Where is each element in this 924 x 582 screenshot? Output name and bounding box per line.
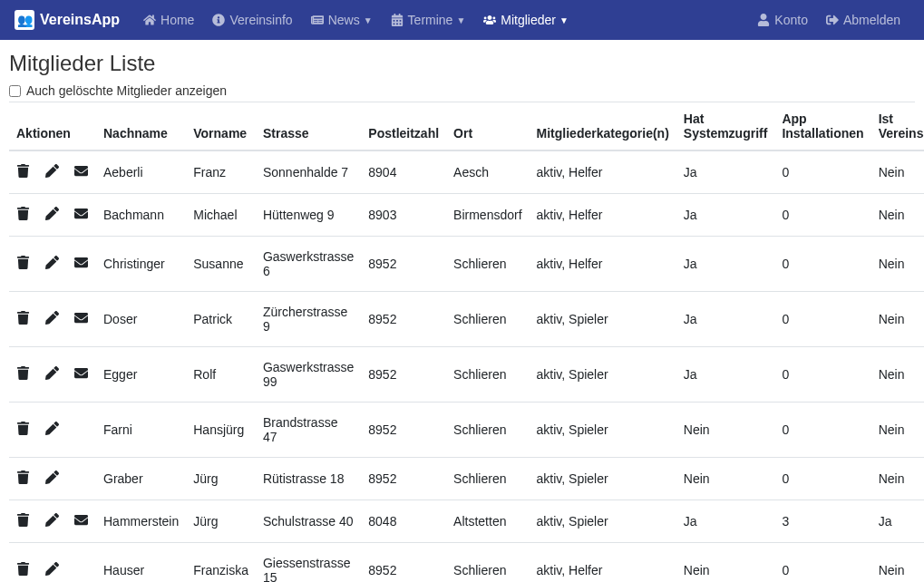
cell-ort: Schlieren (446, 543, 529, 583)
envelope-icon (74, 311, 88, 325)
email-button[interactable] (74, 311, 89, 325)
cell-admin: Nein (871, 543, 924, 583)
delete-button[interactable] (16, 256, 31, 270)
cell-nachname: Farni (96, 403, 186, 458)
edit-button[interactable] (45, 562, 60, 577)
cell-plz: 8952 (361, 347, 446, 403)
cell-ort: Schlieren (446, 292, 529, 347)
cell-kategorien: aktiv, Spieler (530, 347, 676, 403)
cell-installationen: 0 (774, 194, 871, 237)
col-aktionen: Aktionen (9, 102, 96, 150)
nav-termine[interactable]: Termine ▼ (382, 7, 475, 33)
email-button[interactable] (74, 256, 89, 270)
trash-icon (16, 207, 30, 220)
trash-icon (16, 311, 30, 325)
cell-admin: Nein (871, 458, 924, 500)
cell-admin: Nein (871, 237, 924, 292)
edit-button[interactable] (45, 470, 60, 485)
page-title: Mitglieder Liste (9, 51, 915, 76)
nav-news[interactable]: News ▼ (302, 7, 382, 33)
envelope-icon (74, 256, 88, 269)
nav-abmelden[interactable]: Abmelden (817, 7, 909, 33)
table-row: HauserFranziskaGiessenstrasse 158952Schl… (9, 543, 924, 583)
col-installationen: App Installationen (774, 102, 871, 150)
user-icon (757, 14, 770, 26)
cell-installationen: 0 (774, 458, 871, 500)
cell-admin: Nein (871, 150, 924, 194)
chevron-down-icon: ▼ (456, 15, 465, 25)
delete-button[interactable] (16, 562, 31, 577)
chevron-down-icon: ▼ (559, 15, 569, 25)
email-button[interactable] (74, 207, 89, 221)
cell-admin: Nein (871, 347, 924, 403)
cell-vorname: Franziska (186, 543, 256, 583)
email-button[interactable] (74, 164, 89, 179)
email-button[interactable] (74, 513, 89, 528)
signout-icon (826, 14, 839, 26)
edit-button[interactable] (45, 366, 60, 381)
delete-button[interactable] (16, 422, 31, 436)
cell-ort: Schlieren (446, 237, 529, 292)
table-row: FarniHansjürgBrandstrasse 478952Schliere… (9, 403, 924, 458)
table-row: EggerRolfGaswerkstrasse 998952Schlierena… (9, 347, 924, 403)
table-row: ChristingerSusanneGaswerkstrasse 68952Sc… (9, 237, 924, 292)
calendar-icon (391, 14, 404, 26)
cell-ort: Birmensdorf (446, 194, 529, 237)
show-deleted-checkbox[interactable] (9, 85, 21, 97)
trash-icon (16, 562, 30, 576)
nav-mitglieder[interactable]: Mitglieder ▼ (474, 7, 578, 33)
nav-vereinsinfo[interactable]: Vereinsinfo (203, 7, 301, 33)
delete-button[interactable] (16, 207, 31, 221)
cell-zugriff: Ja (676, 292, 775, 347)
col-systemzugriff: Hat Systemzugriff (676, 102, 775, 150)
cell-strasse: Hüttenweg 9 (256, 194, 361, 237)
delete-button[interactable] (16, 311, 31, 325)
edit-button[interactable] (45, 422, 60, 436)
pencil-icon (45, 311, 59, 325)
cell-strasse: Sonnenhalde 7 (256, 150, 361, 194)
cell-vorname: Jürg (186, 458, 256, 500)
trash-icon (16, 470, 30, 484)
nav-konto[interactable]: Konto (748, 7, 817, 33)
edit-button[interactable] (45, 164, 60, 179)
table-row: HammersteinJürgSchulstrasse 408048Altste… (9, 500, 924, 543)
edit-button[interactable] (45, 207, 60, 221)
cell-kategorien: aktiv, Helfer (530, 194, 676, 237)
show-deleted-checkbox-row[interactable]: Auch gelöschte Mitglieder anzeigen (9, 83, 915, 98)
col-postleitzahl: Postleitzahl (361, 102, 446, 150)
cell-plz: 8952 (361, 403, 446, 458)
cell-vorname: Patrick (186, 292, 256, 347)
envelope-icon (74, 207, 88, 220)
edit-button[interactable] (45, 256, 60, 270)
cell-zugriff: Ja (676, 237, 775, 292)
cell-installationen: 3 (774, 500, 871, 543)
cell-zugriff: Ja (676, 150, 775, 194)
col-nachname: Nachname (96, 102, 186, 150)
table-row: DoserPatrickZürcherstrasse 98952Schliere… (9, 292, 924, 347)
cell-ort: Aesch (446, 150, 529, 194)
nav-home[interactable]: Home (134, 7, 203, 33)
envelope-icon (74, 366, 88, 380)
delete-button[interactable] (16, 470, 31, 485)
delete-button[interactable] (16, 366, 31, 381)
delete-button[interactable] (16, 513, 31, 528)
pencil-icon (45, 164, 59, 178)
nav-news-label: News (328, 13, 360, 27)
cell-strasse: Schulstrasse 40 (256, 500, 361, 543)
cell-installationen: 0 (774, 237, 871, 292)
cell-kategorien: aktiv, Spieler (530, 292, 676, 347)
cell-vorname: Susanne (186, 237, 256, 292)
nav-konto-label: Konto (774, 13, 808, 27)
edit-button[interactable] (45, 311, 60, 325)
table-row: BachmannMichaelHüttenweg 98903Birmensdor… (9, 194, 924, 237)
email-button[interactable] (74, 366, 89, 381)
cell-strasse: Gaswerkstrasse 99 (256, 347, 361, 403)
edit-button[interactable] (45, 513, 60, 528)
cell-kategorien: aktiv, Helfer (530, 543, 676, 583)
cell-plz: 8952 (361, 458, 446, 500)
cell-vorname: Franz (186, 150, 256, 194)
brand[interactable]: 👥 VereinsApp (15, 10, 120, 30)
cell-zugriff: Nein (676, 543, 775, 583)
delete-button[interactable] (16, 164, 31, 179)
cell-strasse: Rütistrasse 18 (256, 458, 361, 500)
